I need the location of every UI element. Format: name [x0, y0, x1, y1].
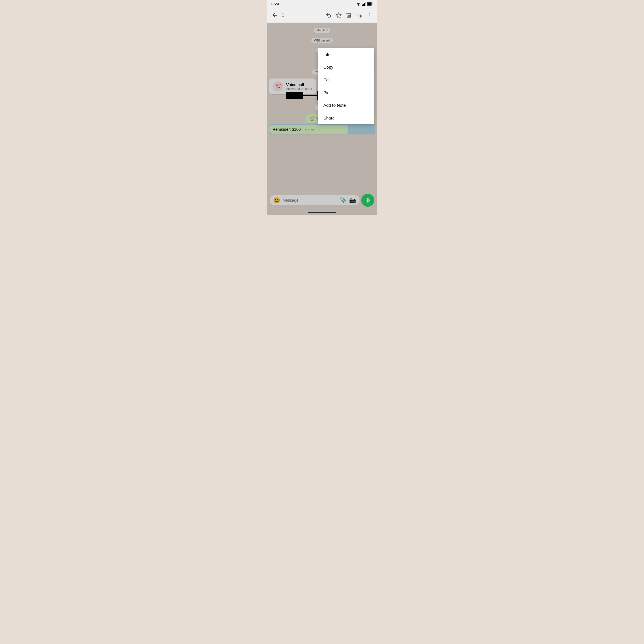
- svg-rect-6: [372, 3, 373, 5]
- signal-icon: [362, 2, 366, 6]
- selected-count: 1: [282, 12, 322, 18]
- reply-button[interactable]: [324, 11, 333, 20]
- svg-rect-1: [362, 5, 363, 6]
- back-button[interactable]: [270, 11, 279, 20]
- status-time: 8:29: [271, 2, 279, 6]
- delete-button[interactable]: [344, 11, 353, 20]
- battery-icon: [367, 2, 373, 6]
- svg-point-9: [369, 13, 370, 14]
- wifi-icon: [356, 2, 361, 6]
- more-button[interactable]: [365, 11, 374, 20]
- context-menu-edit[interactable]: Edit: [318, 73, 374, 86]
- star-button[interactable]: [334, 11, 343, 20]
- context-menu-pin[interactable]: Pin: [318, 86, 374, 99]
- top-bar-actions: [324, 11, 374, 20]
- status-icons: [356, 2, 373, 6]
- status-bar: 8:29: [267, 0, 377, 8]
- svg-rect-3: [364, 3, 365, 6]
- chat-area: March 3 WBI pinned Mon Yesterday: [267, 23, 377, 215]
- context-menu-add-to-note[interactable]: Add to Note: [318, 99, 374, 112]
- svg-rect-4: [365, 2, 366, 6]
- top-bar: 1: [267, 8, 377, 23]
- svg-point-10: [369, 15, 370, 16]
- context-menu: Info Copy Edit Pin Add to Note Share: [318, 48, 374, 124]
- svg-rect-2: [363, 4, 364, 6]
- svg-rect-7: [367, 3, 371, 5]
- svg-point-0: [358, 5, 359, 6]
- context-menu-info[interactable]: Info: [318, 48, 374, 61]
- forward-button[interactable]: [354, 11, 364, 20]
- context-menu-copy[interactable]: Copy: [318, 61, 374, 73]
- svg-marker-8: [336, 13, 341, 18]
- context-menu-share[interactable]: Share: [318, 112, 374, 124]
- svg-point-11: [369, 17, 370, 18]
